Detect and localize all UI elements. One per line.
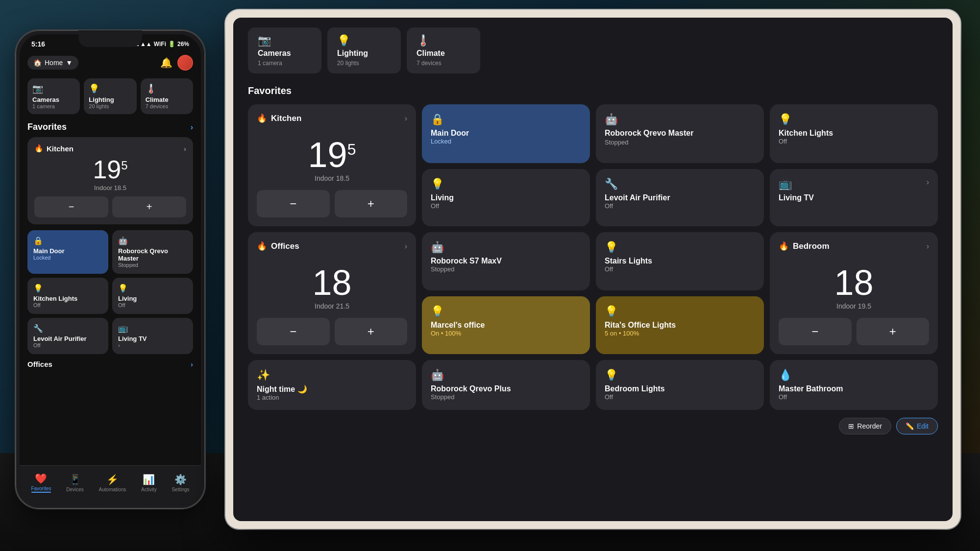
tablet-offices-plus[interactable]: + [335,318,408,345]
lock-icon: 🔒 [33,236,102,245]
phone-time: 5:16 [31,40,45,48]
tablet-levoit-status: Off [605,202,755,210]
tablet-kitchen-title: 🔥 Kitchen [257,113,301,123]
levoit-icon: 🔧 [33,324,102,333]
phone-levoit-tile[interactable]: 🔧 Levoit Air Purifier Off [27,318,108,354]
tablet-roborock-plus-card[interactable]: 🤖 Roborock Qrevo Plus Stopped [422,360,590,410]
tablet-kitchen-lights-card[interactable]: 💡 Kitchen Lights Off [770,104,938,163]
tablet-living-card[interactable]: 💡 Living Off [422,169,590,227]
tablet-roborock-plus-status: Stopped [431,393,581,401]
tablet-roborock-s7-card[interactable]: 🤖 Roborock S7 MaxV Stopped [422,232,590,290]
phone-kitchen-minus-button[interactable]: − [34,196,108,217]
tablet-bedroom-temp: 18 [779,265,929,300]
offices-title: Offices [27,360,52,368]
devices-nav-label: Devices [66,487,84,492]
phone-nav-favorites[interactable]: ❤️ Favorites [31,473,51,493]
tablet-offices-card[interactable]: 🔥 Offices › 18 Indoor 21.5 − + [248,232,416,354]
tablet-bedroom-chevron: › [927,242,929,251]
tablet-bedroom-title: 🔥 Bedroom [779,241,830,251]
tablet-content: 📷 Cameras 1 camera 💡 Lighting 20 lights … [233,18,953,521]
tablet-bedroom-fire-icon: 🔥 [779,241,789,251]
tablet-bedroom-header: 🔥 Bedroom › [779,241,929,251]
tablet-night-name: Night time 🌙 [257,384,407,394]
tablet-offices-chevron: › [405,242,407,251]
tablet-kitchen-minus[interactable]: − [257,190,330,217]
home-icon: 🏠 [33,59,42,67]
phone-main-door-tile[interactable]: 🔒 Main Door Locked [27,230,108,274]
tablet-bedroom-plus[interactable]: + [857,318,930,345]
tablet-lighting-icon: 💡 [337,34,391,47]
tv-icon: 📺 [118,324,187,333]
tablet-kitchen-lights-status: Off [779,138,929,145]
home-name: Home [45,59,63,67]
tablet-master-bathroom-card[interactable]: 💧 Master Bathroom Off [770,360,938,410]
favorites-title: Favorites [27,122,67,132]
phone-roborock-master-tile[interactable]: 🤖 Roborock Qrevo Master Stopped [112,230,193,274]
tablet-living-icon: 💡 [431,178,444,191]
tablet-living-tv-name: Living TV [779,193,929,202]
wifi-icon: WiFi [154,41,166,48]
tablet-cat-climate[interactable]: 🌡️ Climate 7 devices [407,27,480,73]
tablet-device: 📷 Cameras 1 camera 💡 Lighting 20 lights … [225,10,960,529]
tablet-roborock-plus-name: Roborock Qrevo Plus [431,384,581,393]
tablet-climate-sub: 7 devices [416,60,470,67]
phone-nav-activity[interactable]: 📊 Activity [141,474,157,492]
tablet-edit-button[interactable]: ✏️ Edit [896,418,938,434]
phone-cat-climate[interactable]: 🌡️ Climate 7 devices [141,78,193,114]
phone-favorites-section: Favorites › [27,122,193,132]
devices-nav-icon: 📱 [69,474,81,485]
tablet-levoit-card[interactable]: 🔧 Levoit Air Purifier Off [596,169,764,227]
tablet-roborock-master-card[interactable]: 🤖 Roborock Qrevo Master Stopped [596,104,764,163]
phone-nav-automations[interactable]: ⚡ Automations [99,474,126,492]
tablet-levoit-row: 🔧 [605,178,755,191]
tablet-stairs-lights-card[interactable]: 💡 Stairs Lights Off [596,232,764,290]
tablet-living-tv-chevron: › [927,178,929,187]
kitchen-lights-name: Kitchen Lights [33,295,102,302]
tablet-bottom-row: ✨ Night time 🌙 1 action 🤖 Roborock Qrevo… [248,360,938,410]
tablet-cat-cameras[interactable]: 📷 Cameras 1 camera [248,27,321,73]
tablet-kitchen-card[interactable]: 🔥 Kitchen › 195 Indoor 18.5 − + [248,104,416,226]
phone-living-tile[interactable]: 💡 Living Off [112,278,193,314]
tablet-night-time-card[interactable]: ✨ Night time 🌙 1 action [248,360,416,410]
tablet-bedroom-minus[interactable]: − [779,318,852,345]
tablet-marcels-card[interactable]: 💡 Marcel's office On • 100% [422,296,590,355]
tablet-bedroom-lights-card[interactable]: 💡 Bedroom Lights Off [596,360,764,410]
tablet-screen: 📷 Cameras 1 camera 💡 Lighting 20 lights … [233,18,953,521]
phone-kitchen-lights-tile[interactable]: 💡 Kitchen Lights Off [27,278,108,314]
tablet-marcels-status: On • 100% [431,330,581,337]
main-door-status: Locked [33,255,102,261]
robot-icon: 🤖 [118,236,187,245]
tablet-bedroom-card[interactable]: 🔥 Bedroom › 18 Indoor 19.5 − + [770,232,938,354]
phone-nav-settings[interactable]: ⚙️ Settings [172,474,189,492]
kitchen-fire-icon: 🔥 [34,144,44,153]
tablet-ritas-card[interactable]: 💡 Rita's Office Lights 5 on • 100% [596,296,764,355]
tablet-kitchen-plus[interactable]: + [335,190,408,217]
tablet-main-door-name: Main Door [431,129,581,138]
cameras-label: Cameras [32,96,75,103]
avatar[interactable] [177,55,193,71]
favorites-nav-label: Favorites [31,486,51,491]
phone-offices-section: Offices › [27,360,193,372]
tablet-cat-lighting[interactable]: 💡 Lighting 20 lights [327,27,401,73]
tablet-offices-minus[interactable]: − [257,318,330,345]
tablet-reorder-button[interactable]: ⊞ Reorder [839,418,891,434]
tablet-living-tv-card[interactable]: 📺 › Living TV [770,169,938,227]
phone-nav-devices[interactable]: 📱 Devices [66,474,84,492]
phone-living-tv-tile[interactable]: 📺 Living TV › [112,318,193,354]
favorites-nav-icon: ❤️ [35,473,47,484]
tablet-night-status: 1 action [257,394,407,401]
tablet-main-door-card[interactable]: 🔒 Main Door Locked [422,104,590,163]
phone-home-selector[interactable]: 🏠 Home ▼ [27,56,78,70]
notification-icon[interactable]: 🔔 [160,57,172,69]
phone-cat-cameras[interactable]: 📷 Cameras 1 camera [27,78,80,114]
tablet-marcels-name: Marcel's office [431,321,581,330]
phone-header-actions: 🔔 [160,55,193,71]
tablet-bedroom-controls: − + [779,318,929,345]
tablet-levoit-icon: 🔧 [605,178,618,191]
phone-kitchen-temp-value: 195 [93,155,127,184]
lighting-sub: 20 lights [89,103,131,109]
phone-cat-lighting[interactable]: 💡 Lighting 20 lights [84,78,136,114]
tablet-categories: 📷 Cameras 1 camera 💡 Lighting 20 lights … [248,27,938,73]
phone-kitchen-plus-button[interactable]: + [112,196,186,217]
roborock-master-name: Roborock Qrevo Master [118,247,187,262]
